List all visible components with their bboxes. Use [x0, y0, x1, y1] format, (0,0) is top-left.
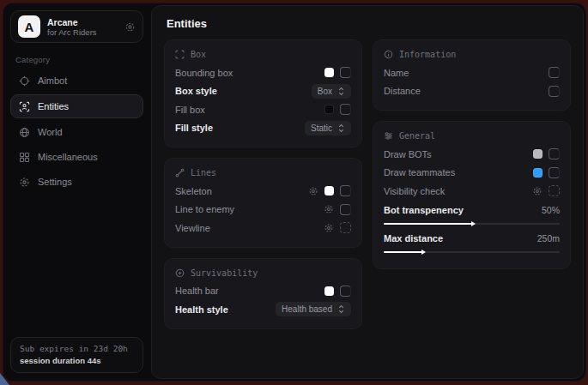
- sidebar-item-label: Entities: [38, 101, 69, 111]
- setting-label: Health bar: [175, 286, 219, 296]
- setting-row: Skeleton: [175, 182, 351, 201]
- setting-label: Visibility check: [384, 186, 445, 196]
- slider-track[interactable]: [384, 223, 560, 225]
- session-duration: session duration 44s: [20, 356, 134, 365]
- checkbox[interactable]: [340, 67, 351, 78]
- setting-label: Bounding box: [175, 68, 233, 78]
- fill-style-dropdown[interactable]: Static: [305, 121, 351, 135]
- checkbox[interactable]: [549, 167, 560, 178]
- slider-track[interactable]: [384, 251, 560, 253]
- checkbox[interactable]: [549, 148, 560, 159]
- setting-label: Skeleton: [175, 186, 212, 196]
- card-survivability-header: Survivability: [175, 268, 351, 278]
- slider-value: 250m: [537, 233, 560, 244]
- setting-row: Fill box: [175, 100, 351, 119]
- setting-row: Viewline: [175, 219, 351, 238]
- sidebar-item-label: Settings: [38, 177, 72, 187]
- config-gear-icon[interactable]: [324, 204, 334, 214]
- color-swatch[interactable]: [533, 149, 543, 159]
- left-column: Box Bounding box Box style Box: [164, 39, 362, 329]
- globe-icon: [19, 127, 30, 138]
- config-gear-icon[interactable]: [532, 186, 543, 196]
- color-swatch[interactable]: [324, 105, 334, 114]
- setting-row: Line to enemy: [175, 201, 351, 220]
- checkbox[interactable]: [549, 67, 560, 78]
- setting-label: Fill box: [175, 105, 205, 115]
- setting-row: Name: [384, 63, 560, 82]
- card-box: Box Bounding box Box style Box: [164, 39, 362, 147]
- slider-bot-transparency: Bot transpenency 50%: [384, 202, 560, 225]
- sidebar-item-settings[interactable]: Settings: [10, 171, 143, 193]
- unfold-arrows-icon: [337, 87, 345, 96]
- setting-row: Fill style Static: [175, 119, 351, 138]
- modules-icon: [19, 152, 30, 163]
- card-title: Lines: [191, 168, 216, 177]
- page-title: Entities: [152, 6, 583, 38]
- sidebar-item-aimbot[interactable]: Aimbot: [10, 69, 143, 92]
- checkbox[interactable]: [340, 185, 351, 196]
- card-title: Survivability: [191, 268, 258, 278]
- setting-row: Bounding box: [175, 63, 351, 82]
- setting-label: Draw BOTs: [384, 149, 432, 159]
- sidebar-item-entities[interactable]: Entities: [10, 94, 143, 118]
- category-label: Category: [15, 55, 140, 64]
- slider-value: 50%: [542, 205, 560, 215]
- card-title: Box: [191, 50, 206, 59]
- setting-row: Box style Box: [175, 82, 351, 101]
- checkbox[interactable]: [340, 204, 351, 215]
- unfold-arrows-icon: [337, 304, 345, 314]
- app-subtitle: for Arc Riders: [47, 27, 118, 37]
- app-title: Arcane: [47, 17, 118, 27]
- box-style-dropdown[interactable]: Box: [312, 84, 351, 99]
- sidebar-item-miscellaneous[interactable]: Miscellaneous: [10, 146, 143, 168]
- checkbox[interactable]: [340, 104, 351, 115]
- setting-label: Health style: [175, 304, 228, 315]
- card-box-header: Box: [175, 50, 351, 59]
- right-column: Information Name Distance: [373, 39, 571, 269]
- setting-row: Distance: [384, 82, 560, 101]
- checkbox[interactable]: [340, 222, 351, 233]
- config-gear-icon[interactable]: [308, 186, 318, 196]
- color-swatch[interactable]: [533, 168, 543, 177]
- gear-icon: [19, 177, 30, 188]
- config-gear-icon[interactable]: [324, 223, 334, 233]
- card-lines-header: Lines: [175, 168, 351, 177]
- sidebar-item-world[interactable]: World: [10, 121, 143, 143]
- slider-max-distance: Max distance 250m: [384, 231, 560, 253]
- setting-label: Max distance: [384, 233, 443, 244]
- box-brackets-icon: [175, 50, 185, 59]
- app-logo: A: [18, 15, 40, 38]
- setting-label: Box style: [175, 86, 217, 96]
- checkbox[interactable]: [340, 286, 351, 297]
- dropdown-value: Static: [311, 123, 332, 133]
- crosshair-icon: [19, 75, 30, 87]
- main-panel: Entities Box: [151, 5, 584, 379]
- line-icon: [175, 168, 185, 177]
- card-title: Information: [399, 50, 456, 59]
- info-icon: [384, 50, 393, 59]
- sidebar-item-label: World: [38, 127, 63, 137]
- pulse-circle-icon: [175, 268, 185, 278]
- sidebar-item-label: Miscellaneous: [38, 152, 98, 162]
- sidebar: A Arcane for Arc Riders Category Aimbot: [3, 3, 150, 381]
- slider-fill[interactable]: [384, 223, 472, 225]
- health-style-dropdown[interactable]: Health based: [276, 302, 351, 316]
- logo-text: Arcane for Arc Riders: [47, 17, 118, 37]
- color-swatch[interactable]: [324, 186, 334, 196]
- checkbox[interactable]: [549, 185, 560, 196]
- setting-row: Draw BOTs: [384, 145, 560, 164]
- checkbox[interactable]: [549, 86, 560, 97]
- setting-label: Line to enemy: [175, 204, 234, 214]
- sliders-icon: [384, 131, 393, 141]
- card-survivability: Survivability Health bar Health style He…: [164, 258, 362, 329]
- unfold-arrows-icon: [337, 123, 345, 133]
- entities-icon: [19, 101, 30, 112]
- slider-fill[interactable]: [384, 251, 422, 253]
- app-window: A Arcane for Arc Riders Category Aimbot: [3, 3, 586, 382]
- color-swatch[interactable]: [324, 286, 334, 296]
- setting-row: Health bar: [175, 282, 351, 301]
- setting-label: Viewline: [175, 223, 210, 233]
- refresh-gear-icon[interactable]: [124, 21, 136, 33]
- color-swatch[interactable]: [324, 68, 334, 77]
- dropdown-value: Health based: [282, 304, 332, 314]
